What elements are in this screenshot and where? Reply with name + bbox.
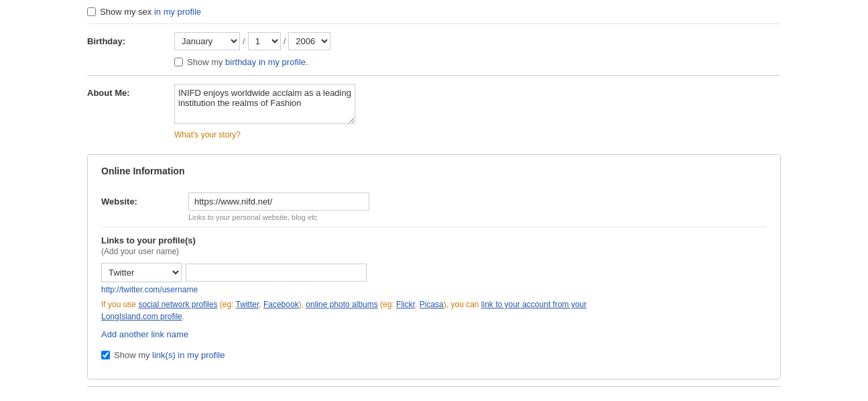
links-section: Links to your profile(s) (Add your user … xyxy=(101,227,767,365)
birthday-check-row: Show my birthday in my profile. xyxy=(174,57,781,67)
flickr-link[interactable]: Flickr xyxy=(396,300,415,309)
show-sex-checkbox[interactable] xyxy=(87,7,96,16)
picasa-link[interactable]: Picasa xyxy=(420,300,444,309)
links-subtitle: (Add your user name) xyxy=(101,247,767,256)
online-information-section: Online Information Website: Links to you… xyxy=(87,154,781,380)
slash-sep-1: / xyxy=(243,36,245,46)
show-birthday-label: Show my birthday in my profile. xyxy=(187,57,308,67)
birthday-year-select[interactable]: 2006200520042003 2002200120001999 199819… xyxy=(288,32,330,50)
whats-your-story-link[interactable]: What's your story? xyxy=(174,130,781,139)
website-row: Website: Links to your personal website,… xyxy=(101,187,767,227)
birthday-label: Birthday: xyxy=(87,32,174,46)
about-me-row: About Me: INIFD enjoys worldwide acclaim… xyxy=(87,76,781,148)
show-birthday-checkbox[interactable] xyxy=(174,58,183,66)
show-sex-label: Show my sex in my profile xyxy=(100,7,201,17)
birthday-selects: January February March April May June Ju… xyxy=(174,32,781,50)
social-info-text: If you use social network profiles (eg: … xyxy=(101,298,591,323)
link-url-hint: http://twitter.com/username xyxy=(101,285,767,294)
website-hint: Links to your personal website, blog etc xyxy=(188,213,767,221)
social-network-select[interactable]: Twitter Facebook LinkedIn MySpace Flickr… xyxy=(101,263,182,282)
social-link-input[interactable] xyxy=(186,264,367,282)
website-input[interactable] xyxy=(188,192,369,211)
page-wrapper: Show my sex in my profile Birthday: Janu… xyxy=(0,0,868,401)
about-me-label: About Me: xyxy=(87,84,174,98)
top-section: Show my sex in my profile xyxy=(0,0,868,24)
about-me-textarea[interactable]: INIFD enjoys worldwide acclaim as a lead… xyxy=(174,84,355,124)
online-section-title: Online Information xyxy=(101,166,767,176)
sex-checkbox-row: Show my sex in my profile xyxy=(87,0,781,24)
photo-albums-link[interactable]: online photo albums xyxy=(306,300,377,309)
show-links-label: Show my link(s) in my profile xyxy=(114,350,225,360)
divider-bottom xyxy=(87,386,781,387)
show-links-checkbox[interactable] xyxy=(101,351,110,359)
slash-sep-2: / xyxy=(284,36,286,46)
birthday-row: Birthday: January February March April M… xyxy=(87,24,781,75)
about-me-content: INIFD enjoys worldwide acclaim as a lead… xyxy=(174,84,781,139)
birthday-month-select[interactable]: January February March April May June Ju… xyxy=(174,32,240,50)
birthday-section: Birthday: January February March April M… xyxy=(0,24,868,75)
twitter-link[interactable]: Twitter xyxy=(236,300,259,309)
link-row: Twitter Facebook LinkedIn MySpace Flickr… xyxy=(101,263,767,282)
website-content: Links to your personal website, blog etc xyxy=(188,192,767,221)
show-links-row: Show my link(s) in my profile xyxy=(101,350,767,360)
about-section: About Me: INIFD enjoys worldwide acclaim… xyxy=(0,76,868,148)
links-title: Links to your profile(s) xyxy=(101,235,767,245)
website-label: Website: xyxy=(101,192,188,207)
social-network-link[interactable]: social network profiles xyxy=(138,300,217,309)
facebook-link[interactable]: Facebook xyxy=(263,300,299,309)
add-another-link[interactable]: Add another link name xyxy=(101,329,188,339)
birthday-day-select[interactable]: 1234 5678 9101112 13141516 17181920 2122… xyxy=(248,32,281,50)
birthday-content: January February March April May June Ju… xyxy=(174,32,781,67)
